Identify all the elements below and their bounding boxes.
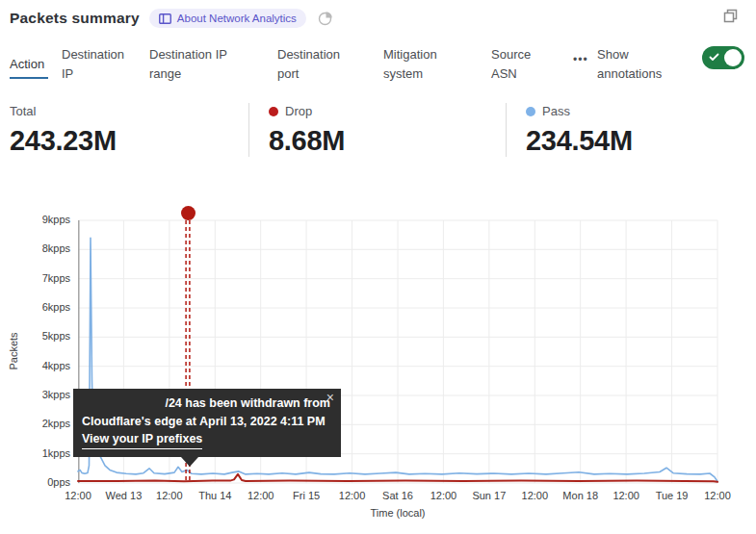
tooltip-pointer: [181, 457, 198, 467]
x-tick-label: Sun 17: [472, 490, 506, 501]
stat-label: Drop: [285, 104, 312, 118]
y-tick-label: 6kpps: [13, 301, 70, 313]
view-ip-prefixes-link[interactable]: View your IP prefixes: [82, 430, 202, 449]
stat-value: 243.23M: [10, 125, 248, 157]
stat-pass: Pass 234.54M: [506, 103, 633, 157]
x-tick-label: Mon 18: [562, 490, 598, 501]
active-tab-underline: [10, 77, 48, 79]
x-axis-title: Time (local): [370, 507, 425, 519]
y-tick-label: 5kpps: [13, 330, 70, 342]
badge-label: About Network Analytics: [177, 13, 297, 24]
stat-value: 8.68M: [269, 125, 506, 157]
about-network-analytics-badge[interactable]: About Network Analytics: [149, 9, 306, 28]
y-tick-label: 9kpps: [13, 214, 70, 225]
tooltip-line1: /24 has been withdrawn from: [82, 394, 332, 413]
dimension-tabs: Action Destination IP Destination IP ran…: [10, 45, 744, 84]
stat-total: Total 243.23M: [10, 103, 248, 157]
x-tick-label: 12:00: [613, 490, 639, 501]
close-icon[interactable]: ×: [326, 391, 334, 404]
tab-source-asn[interactable]: Source ASN: [491, 45, 544, 84]
book-icon: [159, 13, 171, 24]
stat-label: Total: [10, 104, 36, 118]
y-tick-label: 3kpps: [13, 389, 70, 400]
annotation-marker-dot[interactable]: [181, 206, 196, 220]
tab-action[interactable]: Action: [10, 45, 46, 79]
packets-summary-panel: Packets summary About Network Analytics: [0, 0, 756, 534]
x-tick-label: 12:00: [430, 490, 457, 501]
tab-destination-port[interactable]: Destination port: [277, 45, 354, 84]
toggle-knob: [724, 49, 742, 66]
x-tick-label: 12:00: [704, 490, 731, 501]
y-tick-label: 7kpps: [13, 272, 70, 284]
x-tick-label: 12:00: [248, 490, 274, 501]
more-tabs-ellipsis-icon[interactable]: •••: [573, 45, 590, 66]
tab-mitigation-system[interactable]: Mitigation system: [383, 45, 457, 84]
tab-destination-ip[interactable]: Destination IP: [62, 45, 138, 84]
page-title: Packets summary: [10, 10, 140, 27]
x-tick-label: Fri 15: [293, 490, 320, 501]
y-tick-label: 2kpps: [13, 418, 70, 429]
x-tick-label: 12:00: [156, 490, 183, 501]
drop-legend-dot: [269, 107, 278, 116]
pass-legend-dot: [526, 107, 535, 116]
y-tick-label: 0pps: [13, 476, 70, 488]
x-tick-label: Sat 16: [382, 490, 413, 501]
header: Packets summary About Network Analytics: [10, 9, 333, 28]
stat-label: Pass: [542, 104, 570, 118]
stat-drop: Drop 8.68M: [248, 103, 506, 157]
tab-destination-ip-range[interactable]: Destination IP range: [149, 45, 241, 84]
show-annotations-toggle[interactable]: [702, 46, 744, 69]
tooltip-line2: Cloudflare's edge at April 13, 2022 4:11…: [82, 413, 332, 431]
x-tick-label: 12:00: [339, 490, 366, 501]
check-icon: [709, 52, 719, 63]
show-annotations-label: Show annotations: [597, 45, 679, 84]
y-tick-label: 1kpps: [13, 447, 70, 459]
time-period-icon[interactable]: [318, 11, 333, 26]
open-in-window-icon[interactable]: [722, 8, 739, 28]
x-tick-label: Tue 19: [656, 490, 689, 501]
stats-row: Total 243.23M Drop 8.68M Pass 234.54M: [10, 103, 633, 157]
annotation-tooltip: × /24 has been withdrawn from Cloudflare…: [73, 389, 341, 457]
x-tick-label: Wed 13: [106, 490, 143, 501]
x-tick-label: 12:00: [65, 490, 91, 501]
stat-value: 234.54M: [526, 125, 633, 157]
y-tick-label: 8kpps: [13, 242, 70, 254]
x-tick-label: Thu 14: [198, 490, 231, 501]
y-tick-label: 4kpps: [13, 360, 70, 371]
x-tick-label: 12:00: [522, 490, 549, 501]
